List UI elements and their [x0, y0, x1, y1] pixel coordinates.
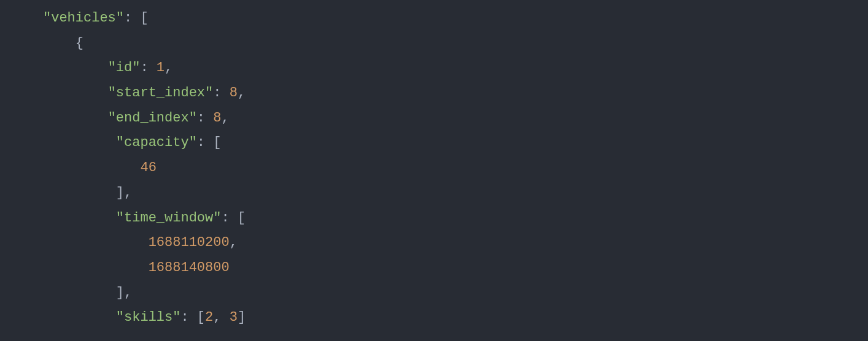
code-token-key: "time_window": [116, 210, 222, 226]
code-line: "end_index": 8,: [43, 106, 868, 131]
code-token-number: 1688140800: [149, 260, 230, 275]
code-token-punct: ,: [230, 235, 238, 250]
code-line: "skills": [2, 3]: [43, 305, 868, 331]
code-line: ],: [43, 281, 868, 306]
code-token-number: 3: [230, 310, 238, 325]
code-token-punct: : [: [221, 210, 246, 226]
code-line: "id": 1,: [43, 56, 868, 81]
code-token-punct: ,: [221, 110, 229, 126]
code-line: ],: [43, 181, 868, 206]
code-line: 1688140800: [43, 256, 868, 281]
code-token-punct: :: [140, 60, 156, 75]
code-line: "time_window": [: [43, 206, 868, 231]
code-token-key: "start_index": [108, 85, 214, 101]
code-token-punct: :: [213, 85, 229, 101]
code-line: 46: [43, 156, 868, 181]
code-token-key: "capacity": [116, 135, 197, 150]
code-line: {: [43, 31, 868, 56]
code-token-number: 1: [157, 60, 165, 75]
code-token-punct: : [: [197, 135, 222, 150]
code-token-number: 8: [230, 85, 238, 101]
code-token-number: 8: [213, 110, 221, 126]
code-token-punct: ],: [116, 185, 132, 201]
code-block: "vehicles": [ { "id": 1, "start_index": …: [0, 6, 868, 331]
code-token-number: 46: [140, 160, 156, 175]
code-token-punct: {: [76, 36, 83, 51]
code-token-number: 1688110200: [149, 235, 230, 250]
code-token-punct: :: [197, 110, 213, 126]
code-token-number: 2: [205, 310, 213, 325]
code-token-key: "skills": [116, 310, 181, 325]
code-token-key: "vehicles": [43, 10, 124, 26]
code-token-punct: ,: [165, 60, 172, 75]
code-token-punct: : [: [180, 310, 205, 325]
code-token-punct: ,: [213, 310, 229, 325]
code-token-punct: ],: [116, 285, 132, 301]
code-token-punct: : [: [124, 10, 149, 26]
code-line: "start_index": 8,: [43, 81, 868, 106]
code-token-punct: ,: [238, 85, 246, 101]
code-token-punct: ]: [238, 310, 246, 325]
code-line: 1688110200,: [43, 231, 868, 256]
code-token-key: "id": [108, 60, 141, 75]
code-line: "vehicles": [: [43, 6, 868, 31]
code-line: "capacity": [: [43, 131, 868, 156]
code-token-key: "end_index": [108, 110, 197, 126]
